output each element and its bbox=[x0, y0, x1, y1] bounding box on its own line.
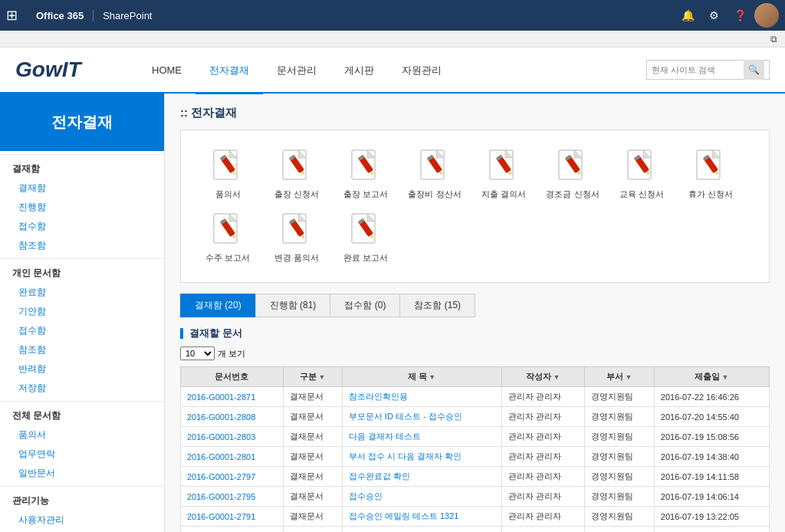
sidebar-item-personal-received[interactable]: 접수함 bbox=[0, 321, 164, 340]
sidebar-item-usermgmt[interactable]: 사용자관리 bbox=[0, 511, 164, 530]
search-button[interactable]: 🔍 bbox=[744, 60, 764, 80]
doc-icon-item[interactable]: 교육 신청서 bbox=[607, 143, 676, 206]
doc-icon-label: 출장 보고서 bbox=[343, 189, 388, 200]
sidebar-item-general[interactable]: 일반문서 bbox=[0, 464, 164, 483]
col-header-5[interactable]: 제출일▼ bbox=[654, 367, 769, 387]
sidebar-item-complete[interactable]: 완료함 bbox=[0, 283, 164, 302]
sidebar-item-returned[interactable]: 반려함 bbox=[0, 360, 164, 379]
table-cell-3: 관리자 관리자 bbox=[501, 507, 584, 527]
col-header-1[interactable]: 구분▼ bbox=[283, 367, 342, 387]
doc-icon-item[interactable]: 품의서 bbox=[193, 143, 262, 206]
table-cell-5: 2016-07-19 14:11:58 bbox=[654, 467, 769, 487]
table-cell-2[interactable]: 부서 접수 시 다음 결재자 확인 bbox=[342, 447, 501, 467]
doc-icon-item[interactable]: 변경 품의서 bbox=[262, 206, 331, 270]
doc-icon-item[interactable]: 지출 결의서 bbox=[469, 143, 538, 206]
table-row: 2016-G0001-2808결재문서부모문서 ID 테스트 - 접수승인관리자… bbox=[181, 407, 770, 427]
notification-icon[interactable]: 🔔 bbox=[676, 4, 699, 27]
tab-received[interactable]: 접수함 (0) bbox=[330, 294, 400, 317]
table-cell-5: 2016-07-19 14:06:14 bbox=[654, 487, 769, 507]
window-icon[interactable]: ⧉ bbox=[770, 34, 777, 44]
table-cell-1: 결재문서 bbox=[283, 427, 342, 447]
table-cell-2[interactable]: 접수승인 bbox=[342, 487, 501, 507]
tab-pending[interactable]: 결재함 (20) bbox=[180, 294, 256, 317]
col-header-0[interactable]: 문서번호 bbox=[181, 367, 284, 387]
table-cell-0[interactable]: 2016-G0001-2797 bbox=[181, 467, 284, 487]
tab-reference[interactable]: 참조함 (15) bbox=[399, 294, 475, 317]
table-cell-4: 경영지원팀 bbox=[585, 527, 655, 533]
tab-progress[interactable]: 진행함 (81) bbox=[255, 294, 331, 317]
table-cell-2[interactable]: 비공2 bbox=[342, 527, 501, 533]
nav-docmgmt[interactable]: 문서관리 bbox=[263, 48, 330, 94]
col-header-2[interactable]: 제 목▼ bbox=[342, 367, 501, 387]
table-cell-5: 2016-07-20 14:55:40 bbox=[654, 407, 769, 427]
per-page-select[interactable]: 102050100 bbox=[180, 346, 215, 360]
doc-icon-label: 지출 결의서 bbox=[481, 189, 526, 200]
table-cell-2[interactable]: 참조라인확인용 bbox=[342, 387, 501, 407]
table-cell-2[interactable]: 다음 결재자 테스트 bbox=[342, 427, 501, 447]
sidebar-item-progress[interactable]: 진행함 bbox=[0, 198, 164, 217]
site-logo[interactable]: GowIT bbox=[15, 57, 107, 82]
tabs-bar: 결재함 (20)진행함 (81)접수함 (0)참조함 (15) bbox=[180, 294, 770, 317]
sidebar-item-notice[interactable]: 업무연락 bbox=[0, 445, 164, 464]
col-header-4[interactable]: 부서▼ bbox=[585, 367, 655, 387]
table-cell-3: 관리자 관리자 bbox=[501, 407, 584, 427]
sidebar-item-proposal[interactable]: 품의서 bbox=[0, 425, 164, 445]
help-icon[interactable]: ❓ bbox=[728, 4, 751, 27]
site-search: 🔍 bbox=[646, 60, 770, 80]
doc-icon-item[interactable]: 출장 신청서 bbox=[262, 143, 331, 206]
table-cell-3: 관리자 관리자 bbox=[501, 527, 584, 533]
col-header-3[interactable]: 작성자▼ bbox=[501, 367, 584, 387]
doc-icon-item[interactable]: 휴가 신청서 bbox=[676, 143, 745, 206]
sharepoint-label[interactable]: SharePoint bbox=[94, 10, 161, 21]
office365-label[interactable]: Office 365 bbox=[27, 10, 94, 21]
doc-icon-item[interactable]: 출장 보고서 bbox=[331, 143, 400, 206]
table-cell-4: 경영지원팀 bbox=[585, 427, 655, 447]
grid-icon[interactable]: ⊞ bbox=[6, 7, 18, 24]
nav-home[interactable]: HOME bbox=[138, 48, 195, 94]
sidebar-section-approval: 결재함 bbox=[0, 154, 164, 179]
search-input[interactable] bbox=[652, 65, 744, 74]
doc-icon-svg bbox=[347, 149, 384, 189]
sidebar-item-draft[interactable]: 기안함 bbox=[0, 302, 164, 321]
sidebar-item-received[interactable]: 접수함 bbox=[0, 217, 164, 236]
table-cell-2[interactable]: 부모문서 ID 테스트 - 접수승인 bbox=[342, 407, 501, 427]
table-cell-3: 관리자 관리자 bbox=[501, 487, 584, 507]
table-cell-5: 2016-07-19 14:38:40 bbox=[654, 447, 769, 467]
table-cell-2[interactable]: 접수완료값 확인 bbox=[342, 467, 501, 487]
nav-electronic[interactable]: 전자결재 bbox=[195, 48, 263, 94]
table-row: 2016-G0001-2801결재문서부서 접수 시 다음 결재자 확인관리자 … bbox=[181, 447, 770, 467]
doc-icon-item[interactable]: 경조금 신청서 bbox=[538, 143, 607, 206]
table-cell-0[interactable]: 2016-G0001-2871 bbox=[181, 387, 284, 407]
table-cell-4: 경영지원팀 bbox=[585, 507, 655, 527]
per-page-unit: 개 보기 bbox=[218, 348, 245, 360]
sidebar-section-admin: 관리기능 bbox=[0, 486, 164, 511]
table-cell-0[interactable]: 2016-G0001-2795 bbox=[181, 487, 284, 507]
table-cell-5: 2016-07-22 16:46:26 bbox=[654, 387, 769, 407]
sidebar-item-reference[interactable]: 참조함 bbox=[0, 236, 164, 255]
table-row: 2016-G0008-2786결재문서비공2관리자 관리자경영지원팀2016-0… bbox=[181, 527, 770, 533]
doc-icon-item[interactable]: 수주 보고서 bbox=[193, 206, 262, 270]
settings-icon[interactable]: ⚙ bbox=[702, 4, 725, 27]
table-cell-0[interactable]: 2016-G0001-2808 bbox=[181, 407, 284, 427]
sidebar-item-saved[interactable]: 저장함 bbox=[0, 379, 164, 398]
table-cell-4: 경영지원팀 bbox=[585, 407, 655, 427]
sidebar-section-all: 전체 문서함 bbox=[0, 401, 164, 425]
nav-board[interactable]: 게시판 bbox=[330, 48, 388, 94]
doc-icon-item[interactable]: 출장비 정산서 bbox=[400, 143, 469, 206]
table-section-title: 결재할 문서 bbox=[180, 327, 770, 340]
table-cell-5: 2016-07-19 15:08:56 bbox=[654, 427, 769, 447]
table-cell-0[interactable]: 2016-G0008-2786 bbox=[181, 527, 284, 533]
table-cell-0[interactable]: 2016-G0001-2801 bbox=[181, 447, 284, 467]
table-cell-2[interactable]: 접수승인 메일링 테스트 1321 bbox=[342, 507, 501, 527]
avatar[interactable] bbox=[754, 3, 779, 28]
sidebar-item-personal-reference[interactable]: 참조함 bbox=[0, 340, 164, 360]
doc-icon-label: 교육 신청서 bbox=[619, 189, 664, 200]
site-header: GowIT HOME 전자결재 문서관리 게시판 자원관리 🔍 bbox=[0, 48, 785, 94]
doc-icon-svg bbox=[623, 149, 660, 189]
table-cell-0[interactable]: 2016-G0001-2803 bbox=[181, 427, 284, 447]
table-cell-0[interactable]: 2016-G0001-2791 bbox=[181, 507, 284, 527]
table-cell-1: 결재문서 bbox=[283, 467, 342, 487]
doc-icon-item[interactable]: 완료 보고서 bbox=[331, 206, 400, 270]
nav-resources[interactable]: 자원관리 bbox=[388, 48, 455, 94]
sidebar-item-approval[interactable]: 결재함 bbox=[0, 179, 164, 198]
